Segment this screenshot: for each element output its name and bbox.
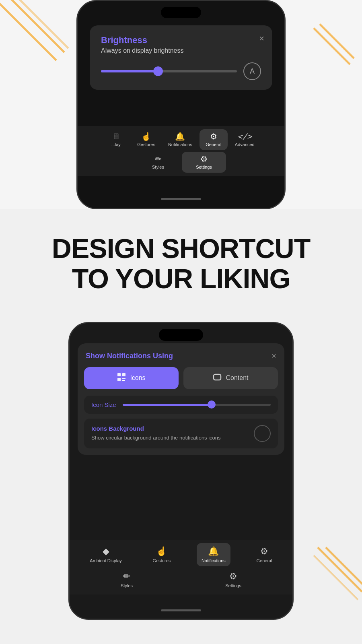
styles-icon: ✏ (155, 155, 162, 163)
btab-general-icon: ⚙ (260, 546, 268, 557)
advanced-label: Advanced (235, 142, 255, 147)
btab-gestures[interactable]: ☝ Gestures (148, 543, 176, 566)
home-indicator-top (161, 198, 201, 200)
bottom-tab-bar: ◆ Ambient Display ☝ Gestures 🔔 Notificat… (70, 540, 292, 594)
brightness-subtitle: Always on display brightness (101, 47, 261, 54)
tab-styles[interactable]: ✏ Styles (136, 152, 180, 173)
icon-size-row: Icon Size (84, 396, 278, 414)
deco-lines-top-left (0, 0, 68, 72)
btab-general[interactable]: ⚙ General (252, 543, 277, 566)
brightness-slider-container: A (101, 62, 261, 80)
btab-notifications-label: Notifications (202, 558, 226, 563)
brightness-title: Brightness (101, 35, 261, 45)
ambient-display-label: Ambient Display (90, 558, 121, 563)
content-toggle-label: Content (226, 374, 248, 382)
btab-general-label: General (257, 558, 272, 563)
btab-styles-icon: ✏ (123, 571, 130, 582)
svg-line-4 (320, 24, 354, 58)
btab-settings-label: Settings (225, 583, 241, 588)
phone-bottom-mockup: Show Notifications Using × (68, 322, 294, 620)
bottom-tab-row-1: ◆ Ambient Display ☝ Gestures 🔔 Notificat… (70, 543, 292, 566)
brightness-dialog: Brightness Always on display brightness … (90, 25, 272, 90)
bottom-tab-row-2: ✏ Styles ⚙ Settings (70, 566, 292, 593)
tab-row-1: 🖥 ...lay ☝ Gestures 🔔 Notifications ⚙ Ge… (78, 129, 284, 150)
btab-styles-label: Styles (121, 583, 133, 588)
tab-display[interactable]: 🖥 ...lay (102, 129, 130, 150)
tab-gestures[interactable]: ☝ Gestures (132, 129, 161, 150)
dynamic-island-bottom (159, 329, 203, 341)
icon-size-thumb[interactable] (208, 400, 216, 409)
content-toggle-icon (213, 373, 222, 384)
svg-rect-9 (122, 373, 125, 376)
icon-size-label: Icon Size (91, 401, 116, 408)
icons-bg-toggle[interactable] (254, 425, 271, 442)
icons-toggle-label: Icons (130, 374, 145, 382)
notifications-label: Notifications (168, 142, 192, 147)
icons-bg-description: Show circular background around the noti… (91, 434, 249, 442)
icon-size-slider[interactable] (123, 404, 271, 406)
brightness-close-button[interactable]: × (259, 33, 264, 44)
styles-label: Styles (152, 165, 164, 169)
tab-bar-top: 🖥 ...lay ☝ Gestures 🔔 Notifications ⚙ Ge… (78, 126, 284, 176)
tab-notifications[interactable]: 🔔 Notifications (162, 129, 198, 150)
auto-brightness-icon: A (243, 62, 261, 80)
tab-row-2: ✏ Styles ⚙ Settings (78, 150, 284, 174)
notifications-icon: 🔔 (175, 132, 185, 140)
general-label: General (206, 142, 221, 147)
tab-advanced[interactable]: </> Advanced (229, 129, 260, 150)
display-label: ...lay (111, 142, 121, 147)
svg-rect-13 (214, 374, 221, 380)
brightness-slider-track[interactable] (101, 70, 237, 72)
btab-gestures-icon: ☝ (156, 546, 167, 557)
display-icon: 🖥 (112, 132, 120, 140)
svg-line-7 (314, 555, 358, 600)
svg-rect-8 (117, 373, 121, 376)
home-indicator-bottom (161, 609, 201, 611)
phone-top-mockup: Brightness Always on display brightness … (76, 0, 286, 209)
deco-lines-bottom-right (314, 547, 362, 608)
btab-settings-icon: ⚙ (229, 571, 237, 582)
tab-general[interactable]: ⚙ General (200, 129, 228, 150)
btab-notifications-icon: 🔔 (208, 546, 219, 557)
bottom-section: Show Notifications Using × (0, 314, 362, 628)
notif-title: Show Notifications Using (86, 352, 173, 360)
settings-label: Settings (196, 165, 212, 169)
content-toggle-button[interactable]: Content (183, 367, 278, 389)
notif-close-button[interactable]: × (272, 351, 276, 361)
svg-line-5 (318, 547, 362, 592)
notif-header: Show Notifications Using × (78, 343, 284, 367)
icons-bg-left: Icons Background Show circular backgroun… (91, 425, 249, 442)
headline-text: DESIGN SHORTCUT TO YOUR LIKING (16, 233, 346, 294)
icon-size-fill (123, 404, 212, 406)
gestures-icon: ☝ (141, 132, 151, 140)
middle-section: DESIGN SHORTCUT TO YOUR LIKING (0, 209, 362, 314)
btab-ambient-display[interactable]: ◆ Ambient Display (85, 543, 126, 566)
ambient-display-icon: ◆ (103, 546, 109, 557)
svg-rect-10 (117, 378, 121, 381)
deco-lines-top-right (314, 24, 354, 72)
icons-toggle-icon (117, 373, 126, 384)
icons-toggle-button[interactable]: Icons (84, 367, 179, 389)
brightness-slider-fill (101, 70, 158, 72)
btab-notifications[interactable]: 🔔 Notifications (197, 543, 230, 566)
settings-icon: ⚙ (200, 155, 208, 163)
notification-dialog: Show Notifications Using × (78, 343, 284, 455)
svg-line-3 (314, 28, 350, 64)
general-icon: ⚙ (210, 132, 217, 140)
toggle-buttons-row: Icons Content (78, 367, 284, 396)
svg-line-0 (4, 0, 64, 52)
svg-line-6 (326, 547, 362, 588)
dynamic-island-top (161, 7, 201, 18)
advanced-icon: </> (237, 132, 252, 140)
gestures-label: Gestures (137, 142, 155, 147)
btab-settings[interactable]: ⚙ Settings (216, 568, 251, 591)
tab-settings[interactable]: ⚙ Settings (182, 152, 226, 173)
icons-background-row: Icons Background Show circular backgroun… (84, 419, 278, 448)
btab-gestures-label: Gestures (153, 558, 171, 563)
btab-styles[interactable]: ✏ Styles (111, 568, 142, 591)
brightness-slider-thumb[interactable] (153, 66, 163, 76)
icons-bg-title: Icons Background (91, 425, 249, 432)
top-section: Brightness Always on display brightness … (0, 0, 362, 209)
